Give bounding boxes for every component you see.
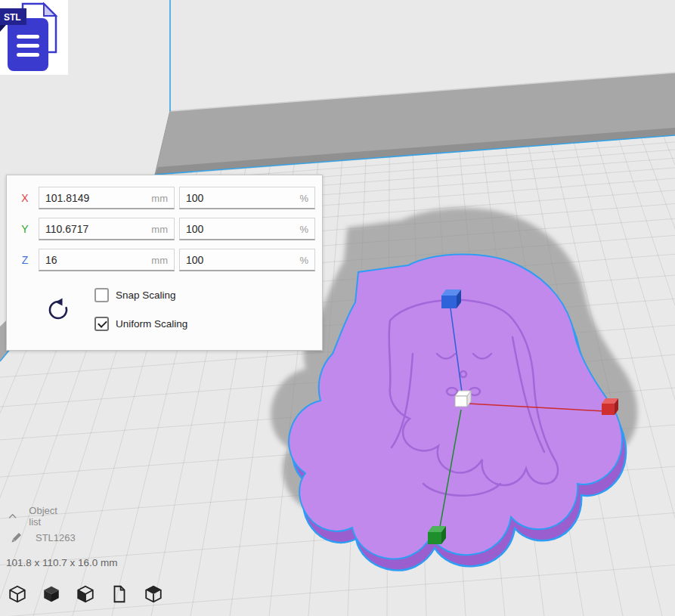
scale-handle-center[interactable] — [455, 391, 471, 407]
stl-file-icon: STL — [0, 0, 68, 75]
cube-solid-icon — [42, 584, 61, 604]
scale-tool-panel: X mm % Y mm % Z mm — [6, 175, 323, 351]
model-dimensions-label: 101.8 x 110.7 x 16.0 mm — [6, 557, 118, 568]
object-list-title: Object list — [29, 505, 60, 528]
document-icon — [110, 584, 129, 604]
application-window: STL X mm % Y mm % — [0, 0, 675, 616]
reset-scale-button[interactable] — [45, 296, 72, 323]
axis-y-label: Y — [17, 223, 33, 235]
scale-x-percent-field: % — [179, 187, 315, 209]
uniform-scaling-checkbox[interactable] — [94, 317, 109, 331]
scale-x-mm-field: mm — [39, 187, 175, 209]
scale-z-percent-input[interactable] — [180, 249, 314, 270]
snap-scaling-label: Snap Scaling — [116, 289, 176, 301]
cube-outline-button[interactable] — [6, 583, 29, 606]
cube-open-icon — [144, 584, 163, 604]
scale-handle-z[interactable] — [441, 289, 461, 308]
stl-banner-label: STL — [4, 12, 21, 23]
reset-icon — [45, 296, 71, 322]
scale-z-mm-input[interactable] — [39, 249, 174, 270]
scale-row-y: Y mm % — [7, 217, 322, 241]
scale-y-mm-field: mm — [39, 218, 175, 240]
cube-open-button[interactable] — [142, 583, 165, 606]
snap-scaling-option[interactable]: Snap Scaling — [94, 288, 176, 302]
cube-outline-icon — [8, 584, 27, 604]
scale-z-mm-field: mm — [39, 249, 175, 271]
view-toolbar — [6, 583, 165, 606]
document-front-page-icon — [8, 18, 48, 71]
object-list-header[interactable]: Object list — [8, 505, 61, 528]
object-item-name: STL1263 — [36, 532, 76, 543]
scale-y-mm-input[interactable] — [39, 218, 174, 239]
scale-y-percent-field: % — [179, 218, 315, 240]
cube-shaded-icon — [76, 584, 95, 604]
scale-z-percent-field: % — [179, 249, 315, 271]
document-view-button[interactable] — [108, 583, 131, 606]
cube-solid-button[interactable] — [40, 583, 63, 606]
axis-z-label: Z — [17, 254, 33, 266]
scale-row-z: Z mm % — [7, 248, 322, 272]
scale-x-percent-input[interactable] — [180, 187, 314, 208]
snap-scaling-checkbox[interactable] — [94, 288, 109, 302]
uniform-scaling-option[interactable]: Uniform Scaling — [94, 317, 187, 331]
axis-x-label: X — [17, 192, 33, 204]
scale-row-x: X mm % — [7, 186, 322, 210]
scale-handle-y[interactable] — [428, 526, 446, 544]
uniform-scaling-label: Uniform Scaling — [116, 318, 187, 330]
scale-y-percent-input[interactable] — [180, 218, 314, 239]
cube-shaded-button[interactable] — [74, 583, 97, 606]
chevron-up-icon — [8, 512, 17, 521]
object-list-item[interactable]: STL1263 — [9, 531, 76, 544]
scale-handle-x[interactable] — [602, 398, 618, 415]
scale-x-mm-input[interactable] — [39, 187, 174, 208]
checkmark-icon — [98, 318, 107, 328]
pencil-icon — [9, 531, 24, 544]
